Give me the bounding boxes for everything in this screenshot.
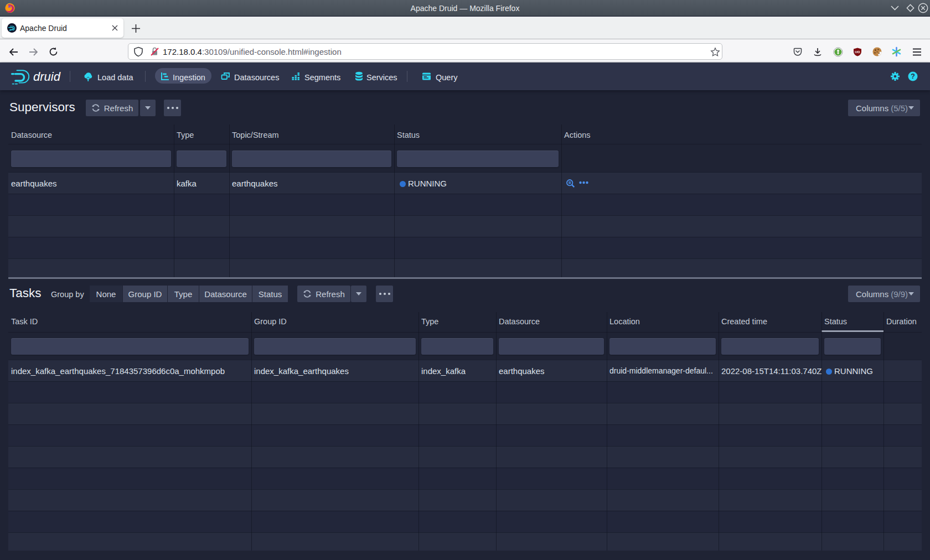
svg-text:UO: UO [855,50,860,54]
svg-text:?: ? [911,72,915,80]
